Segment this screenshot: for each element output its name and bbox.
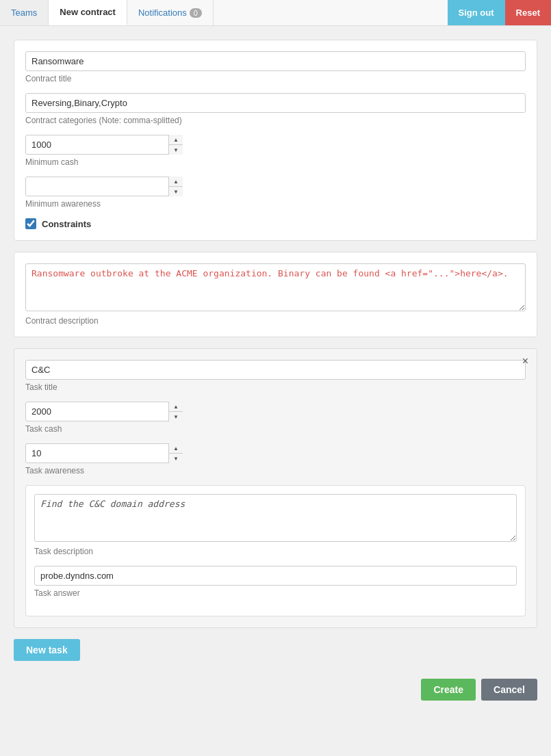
footer-buttons: Create Cancel: [14, 672, 537, 703]
nav-teams[interactable]: Teams: [0, 0, 49, 25]
contract-title-group: Contract title: [25, 51, 526, 83]
nav-notifications[interactable]: Notifications 0: [127, 0, 214, 25]
task-title-group: Task title: [25, 360, 526, 392]
min-cash-label: Minimum cash: [25, 157, 526, 167]
task-desc-card: Task description Task answer: [25, 485, 526, 616]
contract-categories-group: Contract categories (Note: comma-splitte…: [25, 93, 526, 125]
task-card: × Task title ▲ ▼ Task cash ▲ ▼: [14, 348, 537, 628]
task-close-button[interactable]: ×: [522, 356, 528, 367]
min-awareness-down[interactable]: ▼: [169, 187, 183, 196]
constraints-checkbox[interactable]: [25, 218, 36, 229]
min-cash-down[interactable]: ▼: [169, 145, 183, 155]
task-description-label: Task description: [34, 547, 517, 556]
task-title-input[interactable]: [25, 360, 526, 380]
notifications-badge: 0: [190, 8, 202, 18]
task-cash-down[interactable]: ▼: [169, 412, 183, 421]
signout-button[interactable]: Sign out: [448, 0, 505, 25]
description-card: Contract description: [14, 252, 537, 337]
min-cash-spinners: ▲ ▼: [168, 135, 183, 155]
task-description-textarea[interactable]: [34, 494, 517, 542]
task-cash-input[interactable]: [25, 402, 183, 421]
task-description-group: Task description: [34, 494, 517, 556]
task-awareness-group: ▲ ▼ Task awareness: [25, 443, 526, 475]
notifications-label: Notifications: [138, 8, 187, 18]
contract-categories-label: Contract categories (Note: comma-splitte…: [25, 116, 526, 125]
min-cash-wrapper: ▲ ▼: [25, 135, 183, 155]
task-awareness-up[interactable]: ▲: [169, 443, 183, 454]
task-cash-up[interactable]: ▲: [169, 402, 183, 412]
min-awareness-label: Minimum awareness: [25, 199, 526, 209]
constraints-label: Constraints: [42, 219, 91, 229]
contract-categories-input[interactable]: [25, 93, 526, 113]
min-awareness-spinners: ▲ ▼: [168, 177, 183, 196]
contract-min-awareness-group: ▲ ▼ Minimum awareness: [25, 177, 526, 209]
contract-description-label: Contract description: [25, 316, 526, 326]
task-awareness-wrapper: ▲ ▼: [25, 443, 183, 463]
task-answer-group: Task answer: [34, 566, 517, 598]
min-awareness-up[interactable]: ▲: [169, 177, 183, 187]
nav-new-contract[interactable]: New contract: [49, 0, 127, 25]
task-cash-label: Task cash: [25, 424, 526, 434]
task-awareness-input[interactable]: [25, 443, 183, 463]
task-awareness-down[interactable]: ▼: [169, 454, 183, 463]
min-cash-up[interactable]: ▲: [169, 135, 183, 145]
task-title-label: Task title: [25, 382, 526, 392]
task-awareness-label: Task awareness: [25, 466, 526, 475]
min-awareness-wrapper: ▲ ▼: [25, 177, 183, 196]
min-cash-input[interactable]: [25, 135, 183, 155]
task-cash-wrapper: ▲ ▼: [25, 402, 183, 421]
contract-min-cash-group: ▲ ▼ Minimum cash: [25, 135, 526, 167]
create-button[interactable]: Create: [421, 679, 476, 701]
task-cash-spinners: ▲ ▼: [168, 402, 183, 421]
new-task-section: New task: [14, 639, 537, 661]
cancel-button[interactable]: Cancel: [481, 679, 537, 701]
constraints-group: Constraints: [25, 218, 526, 229]
task-answer-label: Task answer: [34, 588, 517, 598]
contract-title-label: Contract title: [25, 74, 526, 83]
contract-card: Contract title Contract categories (Note…: [14, 40, 537, 241]
navbar: Teams New contract Notifications 0 Sign …: [0, 0, 551, 26]
task-answer-input[interactable]: [34, 566, 517, 586]
contract-description-textarea[interactable]: [25, 263, 526, 311]
new-task-button[interactable]: New task: [14, 639, 80, 661]
reset-button[interactable]: Reset: [505, 0, 551, 25]
task-awareness-spinners: ▲ ▼: [168, 443, 183, 463]
task-cash-group: ▲ ▼ Task cash: [25, 402, 526, 434]
main-content: Contract title Contract categories (Note…: [0, 26, 551, 717]
contract-title-input[interactable]: [25, 51, 526, 71]
min-awareness-input[interactable]: [25, 177, 183, 196]
